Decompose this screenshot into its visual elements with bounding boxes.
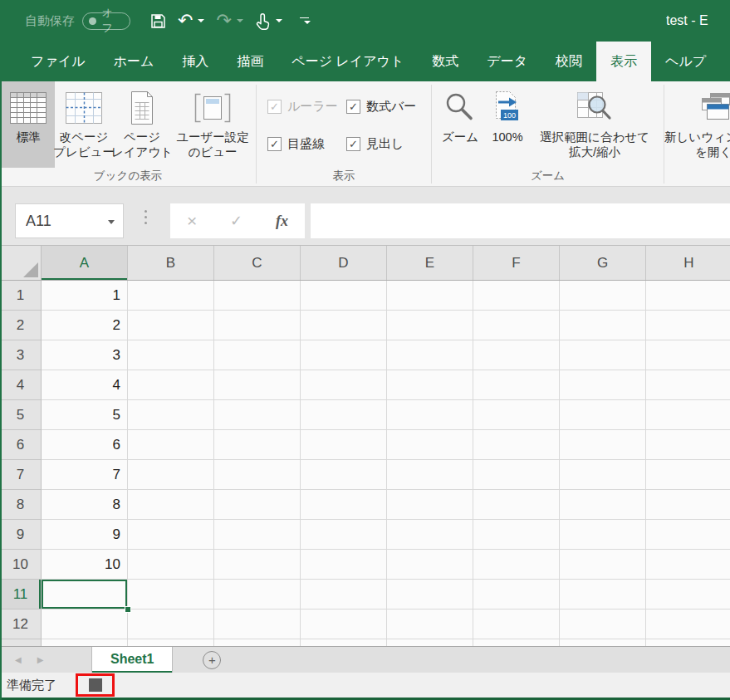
cell-H10[interactable] — [646, 550, 730, 580]
add-sheet-button[interactable]: + — [203, 651, 221, 669]
cell-G9[interactable] — [560, 520, 646, 550]
sheet-tab-sheet1[interactable]: Sheet1 — [91, 647, 173, 673]
row-header-6[interactable]: 6 — [0, 430, 42, 460]
tab-file[interactable]: ファイル — [17, 42, 100, 81]
column-header-F[interactable]: F — [473, 246, 560, 280]
cell-G6[interactable] — [560, 430, 646, 460]
column-header-C[interactable]: C — [214, 246, 301, 280]
cell-E6[interactable] — [387, 430, 473, 460]
cell-B2[interactable] — [128, 311, 214, 340]
cell-G4[interactable] — [560, 370, 646, 400]
cancel-icon[interactable]: × — [187, 211, 197, 231]
headings-checkbox[interactable]: ✓ 見出し — [346, 136, 431, 152]
undo-button[interactable]: ↶ — [178, 12, 204, 29]
cell-D11[interactable] — [301, 580, 387, 609]
column-header-D[interactable]: D — [301, 246, 387, 280]
cell-D7[interactable] — [301, 460, 387, 490]
cell-E9[interactable] — [387, 520, 473, 550]
formula-bar-resize-handle[interactable] — [145, 210, 147, 224]
cell-D2[interactable] — [301, 311, 387, 340]
name-box[interactable] — [15, 203, 124, 238]
cell-C10[interactable] — [214, 550, 301, 580]
undo-dropdown-icon[interactable] — [198, 19, 204, 22]
cell-A6[interactable]: 6 — [42, 430, 128, 460]
cell-F5[interactable] — [473, 400, 560, 430]
tab-formulas[interactable]: 数式 — [418, 42, 473, 81]
cell-D13[interactable] — [301, 639, 387, 646]
cell-H11[interactable] — [646, 580, 730, 609]
cell-B13[interactable] — [128, 639, 214, 646]
cell-H3[interactable] — [646, 340, 730, 370]
cell-A12[interactable] — [42, 609, 128, 639]
formula-bar-checkbox[interactable]: ✓ 数式バー — [346, 99, 431, 115]
cell-A4[interactable]: 4 — [42, 370, 128, 400]
cell-B7[interactable] — [128, 460, 214, 490]
cell-A8[interactable]: 8 — [42, 490, 128, 520]
cell-E5[interactable] — [387, 400, 473, 430]
cell-E1[interactable] — [387, 281, 473, 311]
cell-A9[interactable]: 9 — [42, 520, 128, 550]
name-box-dropdown-icon[interactable] — [108, 220, 115, 224]
row-header-7[interactable]: 7 — [0, 460, 42, 490]
formula-input[interactable] — [311, 203, 730, 238]
customize-qat-button[interactable] — [299, 17, 311, 24]
redo-dropdown-icon[interactable] — [237, 19, 243, 22]
column-header-E[interactable]: E — [387, 246, 473, 280]
tab-home[interactable]: ホーム — [100, 42, 169, 81]
cell-F11[interactable] — [473, 580, 560, 609]
sheet-nav-right-icon[interactable]: ▶ — [37, 655, 44, 664]
cell-C12[interactable] — [214, 609, 301, 639]
cell-F4[interactable] — [473, 370, 560, 400]
autosave-toggle[interactable]: オフ — [82, 12, 130, 30]
cell-H9[interactable] — [646, 520, 730, 550]
cell-D6[interactable] — [301, 430, 387, 460]
cell-D10[interactable] — [301, 550, 387, 580]
new-window-button[interactable]: 新しいウィンドウ を開く — [664, 81, 730, 168]
cell-C1[interactable] — [214, 281, 301, 311]
cell-B5[interactable] — [128, 400, 214, 430]
cell-G10[interactable] — [560, 550, 646, 580]
cell-C13[interactable] — [214, 639, 301, 646]
cell-F7[interactable] — [473, 460, 560, 490]
cell-B12[interactable] — [128, 609, 214, 639]
zoom-100-button[interactable]: 100 100% — [483, 81, 532, 168]
cell-C7[interactable] — [214, 460, 301, 490]
zoom-button[interactable]: ズーム — [437, 81, 483, 168]
cell-G2[interactable] — [560, 311, 646, 340]
page-break-preview-button[interactable]: 改ページ プレビュー — [55, 81, 113, 168]
cell-B10[interactable] — [128, 550, 214, 580]
cell-H6[interactable] — [646, 430, 730, 460]
cell-E11[interactable] — [387, 580, 473, 609]
enter-icon[interactable]: ✓ — [230, 212, 243, 230]
cell-B4[interactable] — [128, 370, 214, 400]
tab-review[interactable]: 校閲 — [541, 42, 596, 81]
cell-H13[interactable] — [646, 639, 730, 646]
tab-insert[interactable]: 挿入 — [168, 42, 223, 81]
cell-E2[interactable] — [387, 311, 473, 340]
column-header-A[interactable]: A — [42, 246, 128, 280]
touch-mode-dropdown-icon[interactable] — [276, 19, 282, 22]
row-header-2[interactable]: 2 — [0, 311, 42, 340]
row-header-4[interactable]: 4 — [0, 370, 42, 400]
custom-views-button[interactable]: ユーザー設定 のビュー — [171, 81, 254, 168]
cell-G1[interactable] — [560, 281, 646, 311]
cell-D9[interactable] — [301, 520, 387, 550]
cell-A1[interactable]: 1 — [42, 281, 128, 311]
cell-C4[interactable] — [214, 370, 301, 400]
cell-C11[interactable] — [214, 580, 301, 609]
cell-H5[interactable] — [646, 400, 730, 430]
row-header-11[interactable]: 11 — [0, 580, 42, 609]
cell-F1[interactable] — [473, 281, 560, 311]
cell-E13[interactable] — [387, 639, 473, 646]
cell-E7[interactable] — [387, 460, 473, 490]
fill-handle[interactable] — [125, 606, 131, 613]
select-all-button[interactable] — [0, 246, 42, 280]
cell-B11[interactable] — [128, 580, 214, 609]
cell-F10[interactable] — [473, 550, 560, 580]
save-button[interactable] — [150, 13, 166, 29]
cell-B1[interactable] — [128, 281, 214, 311]
tab-draw[interactable]: 描画 — [223, 42, 277, 81]
gridlines-checkbox[interactable]: ✓ 目盛線 — [267, 136, 346, 152]
cell-F12[interactable] — [473, 609, 560, 639]
cell-F13[interactable] — [473, 639, 560, 646]
